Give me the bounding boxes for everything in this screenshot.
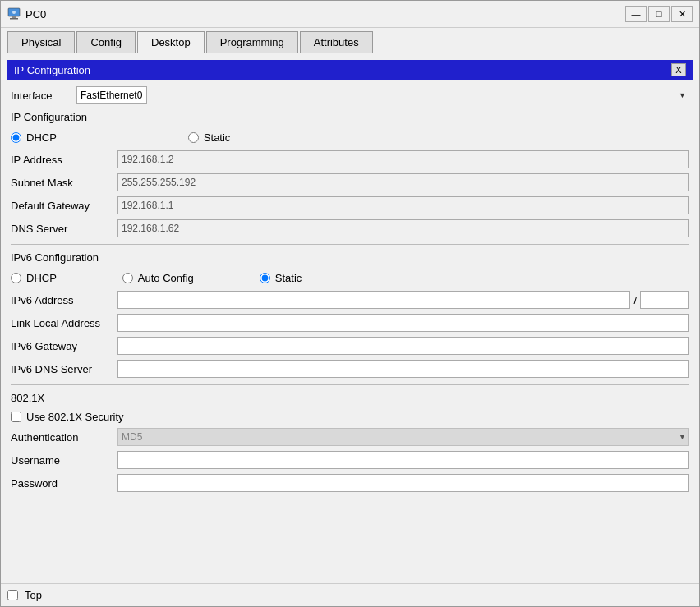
dns-server-label: DNS Server [11, 223, 117, 235]
maximize-button[interactable]: □ [648, 6, 670, 22]
default-gateway-label: Default Gateway [11, 200, 117, 212]
window-title: PC0 [25, 8, 46, 21]
svg-point-3 [12, 11, 16, 14]
ipv6-static-radio-item[interactable]: Static [260, 272, 302, 284]
password-input[interactable] [117, 474, 689, 492]
slash-separator: / [630, 294, 640, 306]
ipv6-autoconfig-label: Auto Config [138, 272, 194, 284]
dns-server-row: DNS Server [7, 219, 693, 237]
titlebar-left: PC0 [7, 7, 46, 21]
computer-icon [7, 7, 21, 21]
svg-rect-2 [10, 18, 18, 20]
ipv4-radio-row: DHCP Static [7, 128, 693, 150]
default-gateway-input[interactable] [117, 196, 689, 214]
tab-attributes[interactable]: Attributes [300, 31, 373, 53]
footer: Top [1, 583, 699, 606]
tab-bar: Physical Config Desktop Programming Attr… [1, 28, 699, 53]
ipv4-dhcp-radio-item[interactable]: DHCP [11, 131, 57, 144]
ip-address-label: IP Address [11, 154, 117, 166]
interface-select[interactable]: FastEthernet0 [76, 86, 147, 104]
ipv6-static-radio[interactable] [260, 273, 270, 283]
ip-config-header: IP Configuration X [7, 60, 693, 80]
auth-select[interactable]: MD5 [117, 428, 689, 446]
ipv6-dhcp-radio[interactable] [11, 273, 21, 283]
ipv6-static-label: Static [275, 272, 302, 284]
dot1x-checkbox[interactable] [11, 412, 21, 422]
link-local-label: Link Local Address [11, 317, 117, 329]
interface-row: Interface FastEthernet0 [7, 86, 693, 104]
main-content: IP Configuration X Interface FastEtherne… [1, 53, 699, 583]
dot1x-checkbox-row: Use 802.1X Security [7, 409, 693, 428]
ipv6-address-row: IPv6 Address / [7, 291, 693, 309]
close-button[interactable]: ✕ [671, 6, 693, 22]
username-input[interactable] [117, 451, 689, 469]
ipv4-section-label: IP Configuration [11, 111, 689, 123]
top-checkbox[interactable] [7, 590, 18, 600]
subnet-mask-input[interactable] [117, 173, 689, 191]
ipv6-dns-row: IPv6 DNS Server [7, 360, 693, 378]
divider-1 [11, 244, 689, 245]
subnet-mask-label: Subnet Mask [11, 177, 117, 189]
minimize-button[interactable]: — [625, 6, 647, 22]
ipv6-prefix-input[interactable] [640, 291, 689, 309]
svg-rect-1 [12, 16, 16, 18]
auth-label: Authentication [11, 431, 117, 444]
ip-config-title: IP Configuration [14, 64, 90, 76]
interface-select-wrapper: FastEthernet0 [76, 86, 689, 104]
ipv6-address-label: IPv6 Address [11, 294, 117, 306]
ip-address-row: IP Address [7, 150, 693, 168]
password-row: Password [7, 474, 693, 492]
interface-label: Interface [11, 90, 76, 102]
tab-desktop[interactable]: Desktop [137, 31, 205, 53]
ipv6-radio-row: DHCP Auto Config Static [7, 269, 693, 291]
ipv6-gateway-row: IPv6 Gateway [7, 337, 693, 355]
tab-programming[interactable]: Programming [206, 31, 298, 53]
ipv6-dhcp-label: DHCP [26, 272, 57, 284]
default-gateway-row: Default Gateway [7, 196, 693, 214]
ip-address-input[interactable] [117, 150, 689, 168]
ipv6-dns-input[interactable] [117, 360, 689, 378]
top-label: Top [25, 589, 42, 601]
dns-server-input[interactable] [117, 219, 689, 237]
ipv4-static-label: Static [204, 131, 231, 144]
titlebar: PC0 — □ ✕ [1, 1, 699, 28]
link-local-input[interactable] [117, 314, 689, 332]
ipv6-dns-label: IPv6 DNS Server [11, 363, 117, 375]
divider-2 [11, 384, 689, 385]
ipv6-address-input[interactable] [117, 291, 630, 309]
ipv6-autoconfig-radio[interactable] [122, 273, 133, 283]
ipv6-section-label: IPv6 Configuration [11, 251, 689, 264]
ipv6-gateway-label: IPv6 Gateway [11, 340, 117, 352]
main-window: PC0 — □ ✕ Physical Config Desktop Progra… [0, 0, 700, 607]
ipv6-dhcp-radio-item[interactable]: DHCP [11, 272, 57, 284]
tab-physical[interactable]: Physical [7, 31, 75, 53]
username-label: Username [11, 454, 117, 467]
auth-row: Authentication MD5 [7, 428, 693, 446]
link-local-row: Link Local Address [7, 314, 693, 332]
dot1x-checkbox-label: Use 802.1X Security [26, 411, 124, 423]
dot1x-section-label: 802.1X [11, 392, 689, 404]
ipv6-gateway-input[interactable] [117, 337, 689, 355]
username-row: Username [7, 451, 693, 469]
ipv6-autoconfig-radio-item[interactable]: Auto Config [122, 272, 194, 284]
titlebar-buttons: — □ ✕ [625, 6, 693, 22]
tab-config[interactable]: Config [76, 31, 136, 53]
password-label: Password [11, 477, 117, 490]
ipv4-static-radio[interactable] [188, 132, 199, 143]
ipv4-dhcp-radio[interactable] [11, 132, 21, 143]
ipv4-dhcp-label: DHCP [26, 131, 57, 144]
subnet-mask-row: Subnet Mask [7, 173, 693, 191]
ip-config-close[interactable]: X [671, 63, 686, 76]
auth-select-wrapper: MD5 [117, 428, 689, 446]
ipv4-static-radio-item[interactable]: Static [188, 131, 231, 144]
